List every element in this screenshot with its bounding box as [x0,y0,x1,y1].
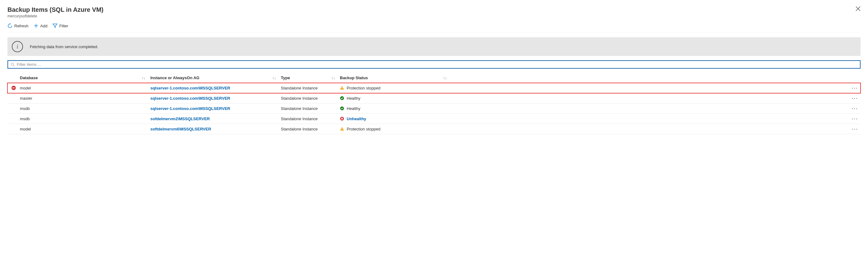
sort-icon[interactable]: ↑↓ [142,76,145,80]
instance-link[interactable]: sofdelmervm2\MSSQLSERVER [150,117,210,121]
ok-icon [340,106,344,110]
row-menu-icon[interactable]: ··· [851,85,858,91]
status-cell: Protection stopped [347,127,380,131]
page-subtitle: mercurysoftdelete [7,14,103,18]
page-title: Backup Items (SQL in Azure VM) [7,6,103,13]
svg-rect-9 [342,89,342,89]
table-header: Database ↑↓ Instance or AlwaysOn AG ↑↓ T… [7,73,861,83]
type-cell: Standalone Instance [281,86,318,90]
instance-link[interactable]: sqlserver-1.contoso.com\MSSQLSERVER [150,106,230,111]
sort-icon[interactable]: ↑↓ [273,76,276,80]
backup-items-table: Database ↑↓ Instance or AlwaysOn AG ↑↓ T… [7,73,861,134]
row-menu-icon[interactable]: ··· [851,106,858,111]
filter-input[interactable] [17,62,858,67]
add-label: Add [40,24,48,28]
column-header-status[interactable]: Backup Status [340,75,368,80]
column-header-database[interactable]: Database [20,75,38,80]
info-message: Fetching data from service completed. [30,44,98,49]
status-cell: Healthy [347,106,360,111]
error-icon [340,117,344,121]
column-header-instance[interactable]: Instance or AlwaysOn AG [150,75,199,80]
database-cell: master [20,96,32,101]
table-row[interactable]: mastersqlserver-1.contoso.com\MSSQLSERVE… [7,93,861,103]
database-cell: msdb [20,106,30,111]
warn-icon [340,86,344,90]
table-row[interactable]: modelsoftdelmervm6\MSSQLSERVERStandalone… [7,124,861,134]
table-row[interactable]: modelsqlserver-1.contoso.com\MSSQLSERVER… [7,83,861,93]
type-cell: Standalone Instance [281,106,318,111]
refresh-button[interactable]: Refresh [7,23,29,28]
refresh-icon [7,23,12,28]
row-menu-icon[interactable]: ··· [851,116,858,122]
svg-rect-8 [342,87,342,88]
refresh-label: Refresh [14,24,29,28]
status-cell[interactable]: Unhealthy [347,117,366,121]
type-cell: Standalone Instance [281,96,318,101]
sort-icon[interactable]: ↑↓ [332,76,335,80]
database-cell: msdb [20,117,30,121]
svg-line-5 [13,65,14,66]
row-menu-icon[interactable]: ··· [851,95,858,101]
info-banner: i Fetching data from service completed. [7,37,861,56]
close-icon[interactable] [856,6,861,11]
row-menu-icon[interactable]: ··· [851,126,858,132]
database-cell: model [20,86,31,90]
toolbar: Refresh Add Filter [7,21,861,32]
filter-label: Filter [59,24,68,28]
status-cell: Healthy [347,96,360,101]
table-row[interactable]: msdbsqlserver-1.contoso.com\MSSQLSERVERS… [7,103,861,114]
ok-icon [340,96,344,100]
plus-icon [34,23,38,28]
database-cell: model [20,127,31,131]
svg-rect-7 [12,88,15,88]
svg-point-4 [11,63,14,65]
warn-icon [340,127,344,131]
instance-link[interactable]: sqlserver-1.contoso.com\MSSQLSERVER [150,96,230,101]
filter-button[interactable]: Filter [53,23,68,28]
type-cell: Standalone Instance [281,117,318,121]
add-button[interactable]: Add [34,23,48,28]
filter-input-wrap[interactable] [7,60,861,69]
instance-link[interactable]: softdelmervm6\MSSQLSERVER [150,127,211,131]
info-icon: i [12,41,23,52]
table-row[interactable]: msdbsofdelmervm2\MSSQLSERVERStandalone I… [7,114,861,124]
column-header-type[interactable]: Type [281,75,290,80]
stop-icon [11,86,16,90]
filter-icon [53,23,58,28]
instance-link[interactable]: sqlserver-1.contoso.com\MSSQLSERVER [150,86,230,90]
sort-icon[interactable]: ↑↓ [443,76,447,80]
status-cell: Protection stopped [347,86,380,90]
svg-rect-15 [342,128,342,129]
search-icon [10,62,15,67]
type-cell: Standalone Instance [281,127,318,131]
